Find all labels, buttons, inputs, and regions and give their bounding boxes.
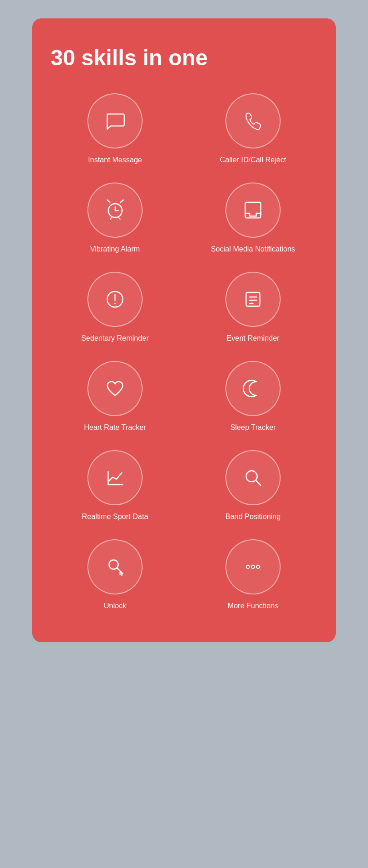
heart-rate-label: Heart Rate Tracker <box>84 423 146 432</box>
event-reminder-icon-circle <box>225 272 281 327</box>
search-icon <box>242 466 264 489</box>
unlock-icon-circle <box>87 539 143 594</box>
caller-id-icon-circle <box>225 93 281 148</box>
sleep-tracker-icon-circle <box>225 361 281 416</box>
instant-message-icon-circle <box>87 93 143 148</box>
feature-sedentary-reminder: Sedentary Reminder <box>51 272 179 343</box>
sleep-tracker-label: Sleep Tracker <box>230 423 276 432</box>
more-functions-label: More Functions <box>228 602 278 610</box>
event-reminder-label: Event Reminder <box>227 334 280 343</box>
moon-icon <box>242 377 264 400</box>
svg-line-5 <box>110 217 112 219</box>
phone-icon <box>242 109 264 132</box>
feature-social-media: Social Media Notifications <box>189 183 317 253</box>
inbox-icon <box>242 199 264 222</box>
feature-heart-rate: Heart Rate Tracker <box>51 361 179 432</box>
feature-more-functions: More Functions <box>189 539 317 610</box>
sport-data-label: Realtime Sport Data <box>82 513 148 521</box>
vibrating-alarm-label: Vibrating Alarm <box>90 245 140 253</box>
feature-unlock: Unlock <box>51 539 179 610</box>
feature-band-positioning: Band Positioning <box>189 450 317 521</box>
feature-sport-data: Realtime Sport Data <box>51 450 179 521</box>
alarm-icon <box>103 197 128 223</box>
feature-sleep-tracker: Sleep Tracker <box>189 361 317 432</box>
sedentary-reminder-label: Sedentary Reminder <box>81 334 149 343</box>
svg-line-4 <box>121 200 123 202</box>
feature-caller-id: Caller ID/Call Reject <box>189 93 317 164</box>
feature-vibrating-alarm: Vibrating Alarm <box>51 183 179 253</box>
more-functions-icon-circle <box>225 539 281 594</box>
page-title: 30 skills in one <box>51 46 317 70</box>
chart-icon <box>104 466 126 489</box>
svg-line-6 <box>119 217 120 219</box>
unlock-label: Unlock <box>104 602 126 610</box>
dots-icon <box>242 555 264 578</box>
instant-message-label: Instant Message <box>88 156 142 164</box>
features-grid: Instant Message Caller ID/Call Reject <box>51 93 317 610</box>
social-media-icon-circle <box>225 183 281 238</box>
message-icon <box>104 109 126 132</box>
feature-instant-message: Instant Message <box>51 93 179 164</box>
caller-id-label: Caller ID/Call Reject <box>220 156 286 164</box>
svg-point-23 <box>247 565 250 568</box>
main-card: 30 skills in one Instant Message Caller … <box>32 18 336 642</box>
band-positioning-label: Band Positioning <box>225 513 281 521</box>
feature-event-reminder: Event Reminder <box>189 272 317 343</box>
note-icon <box>242 288 264 311</box>
svg-rect-11 <box>246 292 260 306</box>
svg-point-10 <box>115 303 116 304</box>
heart-rate-icon-circle <box>87 361 143 416</box>
svg-line-3 <box>107 200 110 202</box>
band-positioning-icon-circle <box>225 450 281 505</box>
vibrating-alarm-icon-circle <box>87 183 143 238</box>
social-media-label: Social Media Notifications <box>211 245 295 253</box>
sedentary-reminder-icon-circle <box>87 272 143 327</box>
heart-icon <box>104 377 126 400</box>
exclamation-icon <box>104 288 126 311</box>
key-icon <box>104 555 126 578</box>
svg-line-18 <box>256 480 261 485</box>
svg-point-24 <box>252 565 255 568</box>
svg-point-25 <box>257 565 260 568</box>
sport-data-icon-circle <box>87 450 143 505</box>
